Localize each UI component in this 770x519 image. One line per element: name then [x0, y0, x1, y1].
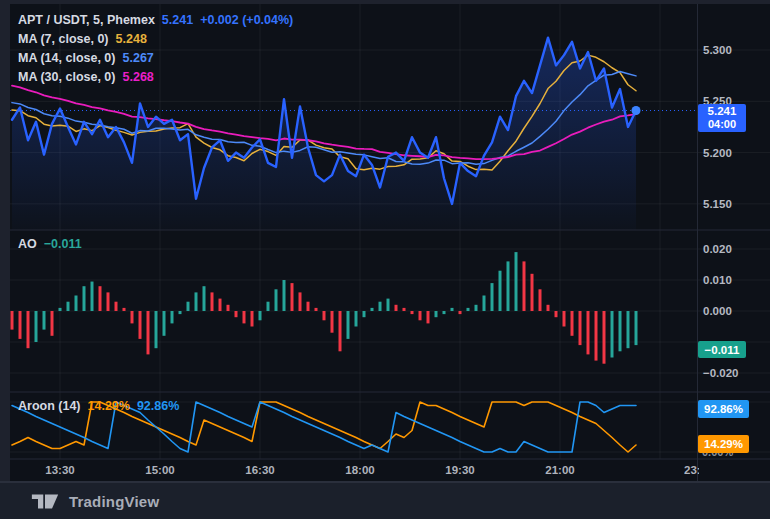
symbol-legend-row[interactable]: APT / USDT, 5, Phemex 5.241 +0.002 (+0.0… [18, 12, 293, 28]
aroon-down-badge: 92.86% [698, 400, 749, 418]
time-tick: 13:30 [45, 464, 74, 476]
aroon-legend-row[interactable]: Aroon (14) 14.29% 92.86% [18, 398, 179, 414]
ao-tick: 0.000 [703, 305, 732, 317]
tradingview-logo-icon[interactable] [30, 491, 60, 512]
ma7-label: MA (7, close, 0) [18, 32, 109, 46]
top-margin [0, 0, 770, 4]
ma30-legend-row[interactable]: MA (30, close, 0) 5.268 [18, 69, 154, 85]
ma30-value: 5.268 [123, 70, 154, 84]
price-tick: 5.300 [703, 44, 732, 56]
ma7-legend-row[interactable]: MA (7, close, 0) 5.248 [18, 31, 147, 47]
bar-countdown: 04:00 [708, 118, 736, 131]
time-tick: 21:00 [545, 464, 574, 476]
ma14-label: MA (14, close, 0) [18, 51, 116, 65]
last-price-badge: 5.241 04:00 [698, 104, 746, 132]
ao-label: AO [18, 237, 37, 251]
ma14-legend-row[interactable]: MA (14, close, 0) 5.267 [18, 50, 154, 66]
ma14-value: 5.267 [123, 51, 154, 65]
ao-tick: 0.020 [703, 243, 732, 255]
left-margin [0, 0, 10, 481]
aroon-up-badge: 14.29% [698, 435, 749, 453]
tradingview-chart-widget: APT / USDT, 5, Phemex 5.241 +0.002 (+0.0… [0, 0, 770, 519]
aroon-up-value: 14.29% [88, 399, 130, 413]
ao-tick: 0.010 [703, 274, 732, 286]
footer-bar: TradingView [0, 481, 770, 519]
price-tick: 5.150 [703, 198, 732, 210]
symbol-change: +0.002 (+0.04%) [200, 13, 293, 27]
tradingview-wordmark[interactable]: TradingView [69, 493, 159, 510]
price-tick: 5.200 [703, 147, 732, 159]
price-scale[interactable] [697, 4, 770, 459]
time-tick: 19:30 [445, 464, 474, 476]
time-tick-clipped: 23:00 [684, 464, 699, 476]
time-tick: 15:00 [145, 464, 174, 476]
ao-value: −0.011 [44, 237, 82, 251]
aroon-label: Aroon (14) [18, 399, 81, 413]
last-price-badge-value: 5.241 [708, 105, 737, 118]
aroon-down-value: 92.86% [137, 399, 179, 413]
time-tick: 16:30 [245, 464, 274, 476]
ma30-label: MA (30, close, 0) [18, 70, 116, 84]
ma7-value: 5.248 [116, 32, 147, 46]
symbol-last-price: 5.241 [162, 13, 193, 27]
ao-tick: −0.020 [703, 367, 739, 379]
time-scale[interactable]: 13:30 15:00 16:30 18:00 19:30 21:00 23:0… [10, 459, 697, 481]
symbol-title: APT / USDT, 5, Phemex [18, 13, 155, 27]
ao-value-badge: −0.011 [698, 341, 746, 358]
ao-legend-row[interactable]: AO −0.011 [18, 236, 82, 252]
time-tick: 18:00 [345, 464, 374, 476]
